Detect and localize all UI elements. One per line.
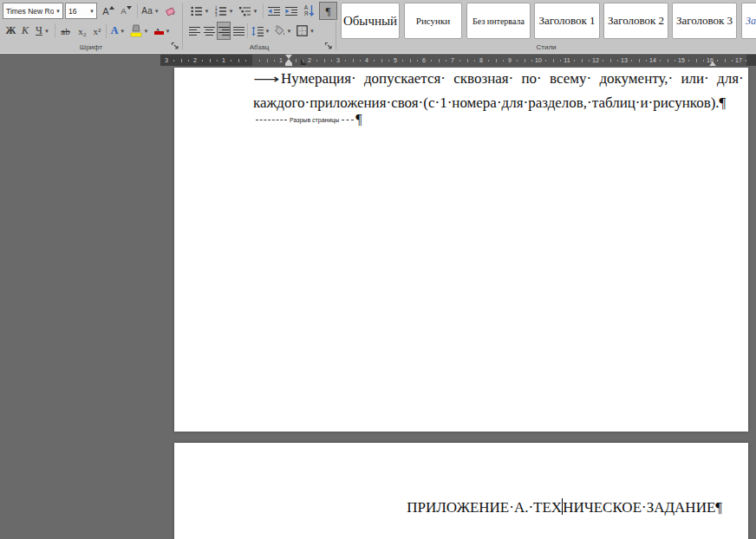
sort-button[interactable]: А Я xyxy=(301,2,318,20)
clear-formatting-button[interactable]: А xyxy=(163,2,179,20)
style-card-normal[interactable]: Обычный xyxy=(341,3,400,39)
shading-bucket-icon xyxy=(274,25,285,36)
ruler-tick xyxy=(410,59,411,62)
align-center-button[interactable] xyxy=(202,22,216,40)
numbered-list-button[interactable]: 1 2 3 ▼ xyxy=(212,2,236,20)
ruler-tick xyxy=(610,59,611,62)
font-size-combobox[interactable]: 16 ▼ xyxy=(65,3,97,19)
shrink-font-button[interactable]: А xyxy=(118,2,134,20)
bullet-list-button[interactable]: ▼ xyxy=(188,2,212,20)
ruler-number: 2 xyxy=(308,57,311,63)
font-name-value: Times New Ron xyxy=(3,7,54,16)
bold-button[interactable]: Ж xyxy=(3,22,18,40)
align-right-button[interactable] xyxy=(217,22,231,40)
ruler-tick xyxy=(574,60,575,62)
font-color-icon: А xyxy=(153,26,164,36)
ruler-number: 1 xyxy=(279,57,283,63)
ruler-tick xyxy=(488,60,489,62)
font-color-button[interactable]: А ▼ xyxy=(151,22,172,40)
ruler-tick xyxy=(474,60,475,62)
justify-button[interactable] xyxy=(231,22,245,40)
highlight-color-button[interactable]: ▼ xyxy=(128,22,150,40)
multilevel-list-button[interactable]: ▼ xyxy=(237,2,260,20)
style-card-heading3[interactable]: Заголовок 3 xyxy=(672,3,737,39)
ruler-tick xyxy=(646,60,647,62)
text-effects-button[interactable]: А▼ xyxy=(108,22,127,40)
style-card-no-spacing[interactable]: Без интервала xyxy=(466,3,531,39)
ruler-tick xyxy=(274,60,275,62)
page-1[interactable]: ⟶Нумерация· допускается· сквозная· по· в… xyxy=(174,68,748,432)
paragraph-group-label: Абзац xyxy=(183,43,336,51)
ruler-number: 3 xyxy=(336,57,340,63)
style-card-heading2[interactable]: Заголовок 2 xyxy=(603,3,668,39)
ruler-tick xyxy=(417,60,418,62)
ruler-tick xyxy=(231,60,231,62)
ruler-tick xyxy=(603,60,603,62)
style-card-heading1[interactable]: Заголовок 1 xyxy=(534,3,600,39)
line-spacing-icon xyxy=(251,26,264,36)
horizontal-ruler[interactable]: 3211234567891011121314151617 xyxy=(160,55,756,66)
ruler-tick xyxy=(746,60,746,62)
ruler-number: 6 xyxy=(422,57,426,63)
strikethrough-icon: ab xyxy=(61,26,69,36)
italic-button[interactable]: К xyxy=(19,22,31,40)
right-indent-marker[interactable] xyxy=(709,62,716,66)
ruler-tick xyxy=(525,59,525,62)
ruler-tick xyxy=(360,60,361,62)
ruler-tick xyxy=(668,59,668,62)
ruler-tick xyxy=(703,60,704,62)
subscript-icon: x₂ xyxy=(78,26,86,36)
font-dialog-launcher-icon[interactable] xyxy=(171,42,179,50)
grow-font-button[interactable]: А xyxy=(100,2,117,20)
ruler-tick xyxy=(582,59,583,62)
highlight-color-icon xyxy=(130,24,142,37)
tab-stop-marker[interactable] xyxy=(301,60,306,65)
line-spacing-button[interactable]: ▼ xyxy=(250,22,271,40)
italic-icon: К xyxy=(22,24,29,37)
align-left-button[interactable] xyxy=(187,22,201,40)
font-size-dropdown-icon[interactable]: ▼ xyxy=(88,9,96,14)
change-case-button[interactable]: Аа▼ xyxy=(139,2,162,20)
ruler-number: 2 xyxy=(193,57,197,63)
page-break-dash-right xyxy=(342,120,354,120)
decrease-indent-icon xyxy=(268,6,280,16)
underline-button[interactable]: Ч▼ xyxy=(32,22,53,40)
strikethrough-button[interactable]: ab xyxy=(56,22,75,40)
ruler-tick xyxy=(589,60,590,62)
ruler-tick xyxy=(517,60,518,62)
ruler-tick xyxy=(732,60,733,62)
ruler-tick xyxy=(717,60,718,62)
font-name-combobox[interactable]: Times New Ron ▼ xyxy=(3,3,63,19)
style-card-partial[interactable]: Заго xyxy=(741,3,756,39)
document-canvas: 3211234567891011121314151617 ⟶Нумерация·… xyxy=(0,54,756,539)
decrease-indent-button[interactable] xyxy=(265,2,282,20)
shading-button[interactable]: ▼ xyxy=(272,22,293,40)
ribbon-group-font: Times New Ron ▼ 16 ▼ А А Аа▼ А xyxy=(0,0,182,53)
ruler-number: 10 xyxy=(535,57,542,63)
underline-icon: Ч xyxy=(36,24,42,37)
ruler-tick xyxy=(617,60,618,62)
ruler-tick xyxy=(181,59,182,62)
increase-indent-button[interactable] xyxy=(283,2,299,20)
ruler-number: 1 xyxy=(222,57,225,63)
svg-text:3: 3 xyxy=(215,12,218,16)
styles-group-label: Стили xyxy=(336,43,756,51)
page-break-marker: Разрыв страницы ¶ xyxy=(256,113,362,127)
style-card-risunki[interactable]: Рисунки xyxy=(404,3,462,39)
show-formatting-marks-button[interactable]: ¶ xyxy=(319,2,337,20)
ribbon-group-paragraph: ▼ 1 2 3 ▼ ▼ xyxy=(183,0,336,53)
font-name-dropdown-icon[interactable]: ▼ xyxy=(54,9,62,14)
left-indent-marker[interactable] xyxy=(285,63,292,66)
paragraph-dialog-launcher-icon[interactable] xyxy=(324,42,333,50)
ruler-number: 3 xyxy=(165,57,168,63)
borders-button[interactable]: ▼ xyxy=(294,22,317,40)
ruler-tick xyxy=(660,60,661,62)
superscript-button[interactable]: x² xyxy=(90,22,104,40)
ruler-tick xyxy=(374,60,375,62)
subscript-button[interactable]: x₂ xyxy=(75,22,89,40)
heading-text-after-cursor: НИЧЕСКОЕ·ЗАДАНИЕ xyxy=(563,499,715,516)
numbered-list-icon: 1 2 3 xyxy=(215,6,227,16)
page-break-pilcrow: ¶ xyxy=(355,112,362,127)
page-2[interactable]: ПРИЛОЖЕНИЕ·А.·ТЕХНИЧЕСКОЕ·ЗАДАНИЕ¶ xyxy=(174,443,748,539)
ruler-tick xyxy=(696,59,697,62)
